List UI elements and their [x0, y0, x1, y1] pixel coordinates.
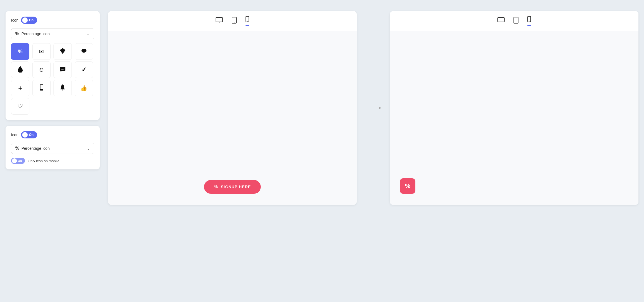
desktop-icon-right[interactable] — [496, 16, 506, 26]
toggle-1[interactable]: On — [21, 17, 37, 24]
icon-toggle-row-1: Icon On — [11, 17, 94, 24]
left-panel: Icon On % Percentage Icon ⌄ % ✉ — [6, 11, 100, 169]
icon-label-1: Icon — [11, 18, 18, 22]
only-mobile-label: Only icon on mobile — [28, 159, 59, 163]
svg-marker-0 — [60, 48, 65, 54]
icon-label-2: Icon — [11, 133, 18, 137]
toggle-mobile[interactable]: On — [11, 158, 25, 164]
svg-point-10 — [62, 89, 63, 90]
tablet-icon-right[interactable] — [512, 16, 520, 26]
svg-point-17 — [247, 21, 248, 22]
svg-point-8 — [41, 90, 42, 90]
drop-icon — [18, 66, 23, 74]
signup-percent-icon: % — [214, 184, 218, 189]
dropdown-label-2: Percentage Icon — [21, 146, 50, 151]
icon-cell-sms[interactable]: SMS — [53, 61, 72, 78]
toggle-knob-2 — [22, 132, 28, 138]
icon-only-percent-icon: % — [405, 182, 410, 190]
emoji-icon: ☺ — [38, 66, 44, 73]
icon-cell-bell[interactable] — [53, 80, 72, 96]
svg-marker-5 — [60, 71, 62, 72]
icon-cell-check[interactable]: ✓ — [75, 61, 93, 78]
right-preview-body: % — [390, 31, 638, 205]
mobile-icon-center[interactable] — [244, 15, 250, 27]
icon-cell-thumbup[interactable]: 👍 — [75, 80, 93, 96]
svg-rect-11 — [216, 17, 223, 22]
heart-icon: ♡ — [17, 103, 23, 110]
icon-cell-diamond[interactable] — [53, 43, 72, 60]
dropdown-label-1: Percentage Icon — [21, 32, 50, 36]
sms-icon: SMS — [60, 66, 66, 74]
icon-grid-1: % ✉ — [11, 43, 94, 115]
dropdown-icon-2: % — [15, 146, 19, 151]
toggle-text-1: On — [29, 18, 34, 22]
arrow-connector — [365, 11, 382, 111]
dropdown-2[interactable]: % Percentage Icon ⌄ — [11, 143, 94, 154]
envelope-icon: ✉ — [39, 48, 44, 55]
svg-text:SMS: SMS — [61, 69, 64, 70]
tablet-icon-center[interactable] — [231, 16, 238, 26]
svg-rect-9 — [60, 89, 65, 89]
thumbup-icon: 👍 — [80, 85, 87, 91]
diamond-icon — [60, 48, 66, 55]
dropdown-left-1: % Percentage Icon — [15, 31, 50, 36]
center-button-area: % SIGNUP HERE — [204, 180, 261, 194]
center-preview-body: % SIGNUP HERE — [108, 31, 357, 205]
center-toolbar — [108, 11, 357, 31]
right-preview-panel: % — [390, 11, 638, 205]
mobile-icon — [40, 84, 44, 92]
svg-point-26 — [529, 21, 530, 22]
toggle-knob-mobile — [12, 158, 17, 163]
only-mobile-row: On Only icon on mobile — [11, 158, 94, 164]
check-icon: ✓ — [81, 66, 86, 73]
chat-icon — [81, 48, 87, 55]
svg-rect-23 — [514, 17, 518, 23]
icon-only-button[interactable]: % — [400, 178, 415, 194]
svg-rect-7 — [40, 85, 43, 89]
center-preview-panel: % SIGNUP HERE — [108, 11, 357, 205]
svg-rect-20 — [498, 17, 504, 22]
toggle-text-2: On — [29, 133, 34, 137]
bell-icon — [60, 84, 65, 92]
icon-cell-plus[interactable]: + — [11, 80, 29, 96]
signup-button[interactable]: % SIGNUP HERE — [204, 180, 261, 194]
percentage-icon: % — [18, 49, 22, 55]
dropdown-left-2: % Percentage Icon — [15, 146, 50, 151]
toggle-text-mobile: On — [18, 159, 22, 162]
icon-cell-percentage[interactable]: % — [11, 43, 29, 60]
svg-point-15 — [234, 22, 234, 23]
icon-cell-heart[interactable]: ♡ — [11, 98, 29, 115]
right-button-area: % — [400, 178, 415, 194]
icon-cell-mobile[interactable] — [32, 80, 51, 96]
dropdown-arrow-2: ⌄ — [87, 146, 90, 151]
dropdown-icon-1: % — [15, 31, 19, 36]
icon-cell-envelope[interactable]: ✉ — [32, 43, 51, 60]
plus-icon: + — [18, 84, 22, 92]
icon-toggle-row-2: Icon On — [11, 131, 94, 138]
icon-cell-chat[interactable] — [75, 43, 93, 60]
toggle-2[interactable]: On — [21, 131, 37, 138]
icon-cell-emoji[interactable]: ☺ — [32, 61, 51, 78]
right-toolbar — [390, 11, 638, 31]
icon-picker-card-1: Icon On % Percentage Icon ⌄ % ✉ — [6, 11, 100, 120]
svg-marker-19 — [379, 107, 382, 109]
dropdown-arrow-1: ⌄ — [87, 32, 90, 36]
signup-text: SIGNUP HERE — [221, 185, 251, 189]
mobile-icon-right[interactable] — [526, 15, 532, 27]
icon-picker-card-2: Icon On % Percentage Icon ⌄ On Only icon… — [6, 126, 100, 169]
toggle-knob-1 — [22, 17, 28, 23]
dropdown-1[interactable]: % Percentage Icon ⌄ — [11, 28, 94, 39]
desktop-icon-center[interactable] — [214, 16, 224, 26]
svg-rect-14 — [232, 17, 236, 23]
icon-cell-drop[interactable] — [11, 61, 29, 78]
svg-point-24 — [516, 22, 516, 23]
svg-point-1 — [81, 49, 86, 53]
